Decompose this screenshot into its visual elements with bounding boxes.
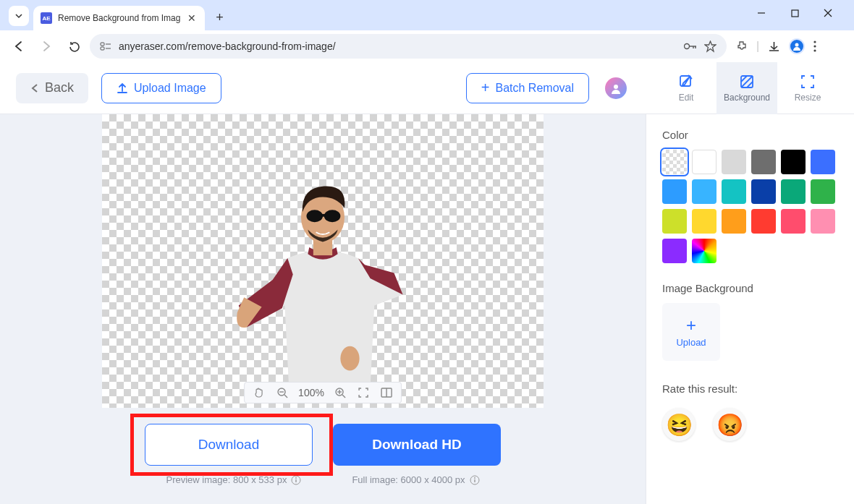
back-label: Back [45,80,74,95]
browser-tab[interactable]: AE Remove Background from Imag ✕ [33,6,205,30]
svg-rect-4 [101,43,104,46]
batch-removal-button[interactable]: + Batch Removal [466,73,589,103]
app-body: 100% Download D [0,114,854,504]
new-tab-button[interactable]: + [209,7,229,27]
upload-background-button[interactable]: + Upload [662,303,720,361]
color-swatch[interactable] [781,209,806,234]
color-swatch[interactable] [692,209,716,234]
color-swatch[interactable] [662,179,687,204]
plus-icon: + [481,80,490,96]
color-swatch[interactable] [751,209,776,234]
svg-point-24 [340,346,359,371]
password-key-icon[interactable] [684,42,697,51]
kebab-menu-icon[interactable] [813,40,816,52]
zoom-level: 100% [298,387,324,398]
pan-hand-icon[interactable] [252,385,266,400]
download-hd-label: Download HD [372,437,462,453]
color-swatch[interactable] [662,239,687,263]
color-swatch[interactable] [722,179,746,204]
image-canvas[interactable]: 100% [102,114,544,408]
site-settings-icon[interactable] [100,40,111,52]
svg-rect-5 [101,47,104,50]
color-swatch[interactable] [722,150,746,174]
nav-forward-icon [35,35,58,58]
svg-point-8 [685,44,690,49]
preview-size-text: Preview image: 800 x 533 px [166,474,301,485]
profile-avatar-icon[interactable] [789,38,805,54]
canvas-area: 100% Download D [0,114,646,504]
color-swatch[interactable] [722,209,746,234]
rate-happy-icon[interactable]: 😆 [662,408,696,441]
download-hd-button[interactable]: Download HD [333,424,501,466]
color-swatch[interactable] [781,179,806,204]
cutout-subject [229,170,417,387]
svg-point-26 [307,210,324,223]
color-swatch[interactable] [692,239,716,263]
info-icon[interactable] [470,475,480,485]
info-icon[interactable] [291,475,301,485]
zoom-in-icon[interactable] [333,385,347,400]
rate-angry-icon[interactable]: 😡 [713,408,746,441]
nav-back-icon[interactable] [7,35,30,58]
compare-split-icon[interactable] [379,385,394,400]
minimize-icon[interactable] [751,3,771,23]
tab-favicon: AE [41,12,52,24]
size-info-row: Preview image: 800 x 533 px Full image: … [166,474,479,485]
fullscreen-icon[interactable] [356,385,371,400]
url-field[interactable]: anyeraser.com/remove-background-from-ima… [90,34,727,59]
image-bg-section-title: Image Background [662,282,838,294]
tab-title: Remove Background from Imag [58,13,180,23]
full-size-text: Full image: 6000 x 4000 px [352,474,479,485]
tool-tab-background-label: Background [724,93,770,103]
plus-icon: + [686,317,696,334]
download-row: Download Download HD [145,424,501,466]
color-swatch[interactable] [662,150,687,174]
maximize-icon[interactable] [785,3,805,23]
back-button[interactable]: Back [16,73,88,103]
color-swatch[interactable] [751,150,776,174]
color-swatch[interactable] [751,179,776,204]
download-label: Download [198,437,260,453]
svg-line-19 [741,76,753,87]
rate-section-title: Rate this result: [662,383,838,395]
svg-line-30 [284,395,287,398]
tab-search-dropdown[interactable] [9,6,29,26]
upload-bg-label: Upload [676,337,706,348]
tool-tab-edit-label: Edit [679,93,694,103]
svg-rect-28 [321,214,326,217]
svg-point-40 [296,477,297,479]
svg-line-33 [342,395,345,398]
browser-tab-strip: AE Remove Background from Imag ✕ + [0,0,854,30]
color-swatch[interactable] [692,150,716,174]
color-swatch[interactable] [662,209,687,234]
close-window-icon[interactable] [818,3,838,23]
tab-close-icon[interactable]: ✕ [186,12,198,24]
color-swatch[interactable] [811,179,835,204]
rate-faces: 😆 😡 [662,408,838,441]
zoom-out-icon[interactable] [275,385,289,400]
upload-icon [117,82,128,94]
svg-point-13 [814,40,816,43]
chevron-left-icon [30,83,39,93]
url-text: anyeraser.com/remove-background-from-ima… [119,40,336,52]
color-swatch[interactable] [811,209,835,234]
color-swatch-grid [662,150,838,263]
bookmark-star-icon[interactable] [704,40,716,53]
download-button[interactable]: Download [145,424,313,466]
color-swatch[interactable] [781,150,806,174]
address-bar: anyeraser.com/remove-background-from-ima… [0,30,854,62]
upload-image-label: Upload Image [134,82,206,95]
reload-icon[interactable] [62,35,85,58]
svg-line-20 [741,76,747,82]
downloads-icon[interactable] [768,40,780,53]
extensions-icon[interactable] [735,40,748,53]
upload-image-button[interactable]: Upload Image [101,73,221,103]
tool-tab-edit[interactable]: Edit [656,62,716,114]
tool-tab-resize[interactable]: Resize [777,62,838,114]
svg-point-12 [795,43,799,47]
color-swatch[interactable] [692,179,716,204]
color-swatch[interactable] [811,150,835,174]
tool-tab-resize-label: Resize [795,93,821,103]
user-avatar[interactable] [605,77,627,99]
tool-tab-background[interactable]: Background [716,62,777,114]
